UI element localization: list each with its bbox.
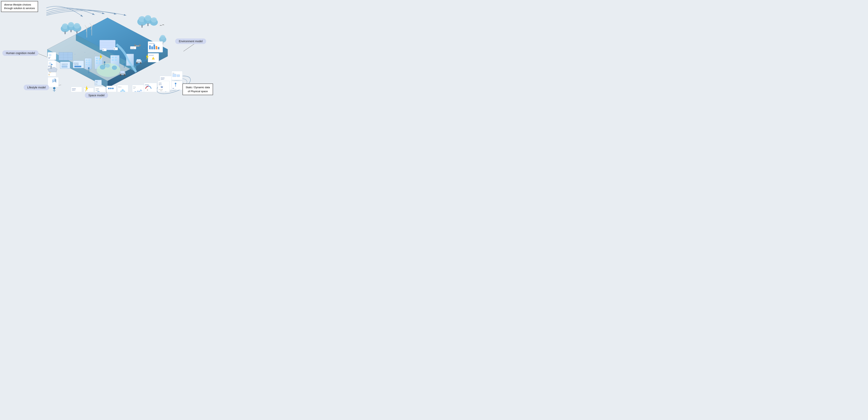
svg-text:score: score — [133, 88, 135, 89]
svg-rect-65 — [99, 62, 101, 64]
svg-rect-57 — [86, 64, 87, 65]
svg-point-80 — [105, 64, 110, 68]
svg-rect-51 — [74, 66, 81, 67]
svg-text:STORAGE: STORAGE — [74, 63, 79, 64]
svg-rect-58 — [88, 64, 90, 65]
svg-point-149 — [120, 91, 122, 92]
svg-text:CNG: CNG — [95, 81, 98, 83]
svg-point-96 — [49, 62, 51, 64]
svg-point-142 — [110, 88, 112, 89]
svg-point-187 — [139, 44, 141, 46]
svg-rect-54 — [88, 60, 90, 61]
svg-rect-40 — [59, 52, 72, 60]
svg-rect-185 — [136, 46, 139, 47]
svg-rect-115 — [156, 46, 157, 49]
svg-text:SUPPLY: SUPPLY — [161, 79, 164, 80]
svg-text:7.5: 7.5 — [48, 74, 50, 76]
environment-label: Environment model — [175, 38, 206, 44]
svg-rect-179 — [173, 74, 176, 77]
svg-point-23 — [145, 15, 151, 21]
svg-rect-195 — [137, 59, 141, 61]
svg-rect-69 — [112, 59, 114, 61]
svg-rect-15 — [70, 30, 72, 32]
svg-rect-55 — [86, 62, 87, 63]
svg-text:DEMAND: DEMAND — [96, 88, 99, 89]
svg-point-182 — [175, 83, 176, 84]
svg-text:8.5: 8.5 — [173, 88, 174, 89]
svg-rect-18 — [76, 31, 78, 34]
svg-rect-64 — [96, 62, 98, 64]
human-cognition-label: Human cognition model — [2, 50, 38, 56]
static-dynamic-line2: of Physical space — [188, 90, 208, 93]
svg-rect-56 — [88, 62, 90, 63]
svg-text:92: 92 — [161, 86, 163, 88]
svg-rect-218 — [95, 80, 102, 86]
top-label-box: diverse lifestyle choices through soluti… — [1, 1, 38, 12]
svg-point-86 — [104, 61, 105, 63]
svg-text:Score: Score — [160, 90, 162, 91]
svg-point-210 — [134, 50, 134, 51]
lifestyle-label: Lifestyle model — [24, 85, 49, 90]
svg-point-141 — [108, 88, 110, 89]
svg-point-204 — [75, 54, 75, 55]
svg-text:DEMAND: DEMAND — [145, 85, 149, 86]
svg-text:Energy Share: Energy Share — [149, 43, 155, 44]
svg-rect-47 — [62, 65, 67, 68]
svg-rect-113 — [151, 47, 153, 49]
svg-rect-180 — [177, 74, 180, 77]
svg-rect-72 — [100, 40, 115, 50]
svg-point-89 — [123, 63, 125, 65]
svg-text:MUTAL: MUTAL — [159, 84, 162, 85]
svg-point-192 — [120, 74, 121, 76]
svg-point-81 — [88, 67, 90, 69]
svg-rect-62 — [96, 60, 98, 61]
svg-point-186 — [134, 44, 136, 46]
svg-point-143 — [112, 88, 114, 89]
svg-text:DEMAND: DEMAND — [161, 78, 165, 79]
svg-point-148 — [122, 89, 124, 91]
svg-point-17 — [74, 23, 80, 29]
svg-rect-68 — [115, 57, 117, 58]
svg-text:Station: Station — [95, 84, 97, 85]
svg-text:SUPPLY: SUPPLY — [72, 90, 75, 91]
svg-rect-12 — [64, 31, 66, 34]
svg-text:WORK: WORK — [159, 83, 161, 84]
svg-text:2000 kWh: 2000 kWh — [131, 48, 134, 49]
svg-rect-24 — [147, 23, 149, 26]
svg-point-28 — [160, 35, 165, 40]
svg-point-193 — [124, 74, 125, 76]
svg-rect-191 — [120, 71, 125, 73]
svg-rect-53 — [86, 60, 87, 61]
svg-rect-201 — [50, 66, 52, 69]
svg-text:BLACKOUT: BLACKOUT — [149, 55, 154, 56]
svg-rect-70 — [115, 59, 117, 61]
svg-rect-112 — [149, 46, 151, 49]
space-model-label: Space model — [85, 93, 108, 98]
svg-point-206 — [94, 53, 95, 54]
svg-text:BATTERY: BATTERY — [74, 64, 79, 65]
svg-point-107 — [53, 87, 56, 89]
svg-text:Energy: Energy — [133, 86, 136, 87]
svg-text:7.0: 7.0 — [48, 58, 50, 59]
svg-line-32 — [85, 25, 87, 28]
svg-rect-60 — [96, 58, 98, 59]
svg-point-14 — [68, 22, 74, 27]
svg-point-79 — [112, 65, 117, 70]
svg-text:20: 20 — [102, 49, 104, 51]
svg-text:Alliances: Alliances — [118, 86, 122, 87]
svg-line-37 — [90, 23, 92, 26]
static-dynamic-line1: Static / Dynamic data — [186, 86, 210, 89]
static-dynamic-box: Static / Dynamic data of Physical space — [183, 84, 213, 95]
svg-point-208 — [114, 51, 115, 52]
svg-rect-63 — [99, 60, 101, 61]
isometric-city-illustration: GENERATOR STORAGE BATTERY — [26, 11, 189, 92]
svg-point-197 — [140, 62, 142, 64]
svg-rect-116 — [158, 47, 159, 49]
top-label-line2: through solution & services — [4, 7, 35, 10]
svg-rect-67 — [112, 57, 114, 58]
svg-point-211 — [144, 48, 145, 49]
svg-text:Area: Area — [173, 72, 175, 73]
svg-text:SUPPLY: SUPPLY — [96, 90, 99, 91]
svg-rect-114 — [153, 44, 155, 49]
svg-text:GENERATOR: GENERATOR — [62, 64, 68, 65]
